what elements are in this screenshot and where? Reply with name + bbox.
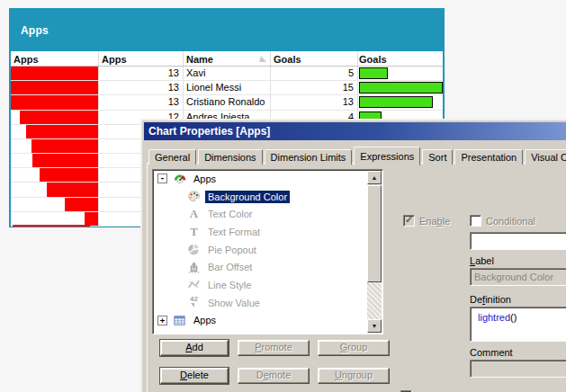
enable-checkbox-label: Enable [419,216,450,227]
column-header-label: Apps [13,54,39,65]
gauge-icon [172,172,187,186]
tree-item-text-color[interactable]: AText Color [153,205,382,223]
column-header-name-2[interactable]: Name [184,51,271,66]
apps-window-titlebar[interactable]: Apps [11,10,443,51]
tree-item-label: Show Value [205,297,263,309]
goals-value-cell[interactable]: 15 [271,81,358,94]
dialog-tabs: GeneralDimensionsDimension LimitsExpress… [148,146,566,165]
line-style-icon [186,278,202,292]
apps-bar-cell[interactable] [11,168,99,182]
goals-value-cell[interactable]: 5 [271,67,358,80]
tree-item-apps[interactable]: +Apps [153,312,382,330]
apps-bar-cell[interactable] [11,111,99,124]
table-header-row: AppsAppsNameGoalsGoals [11,51,443,67]
tree-item-background-color[interactable]: Background Color [153,188,382,206]
collapse-icon[interactable]: - [157,174,167,183]
red-bar [40,168,98,182]
tree-item-label: Pie Popout [205,244,259,256]
expressions-tree: -AppsBackground ColorAText ColorTText Fo… [152,169,383,334]
goals-bar-cell[interactable] [358,95,443,109]
apps-bar-cell[interactable] [11,183,99,196]
tree-item-apps[interactable]: -Apps [153,170,382,188]
definition-args: () [510,312,517,323]
column-header-apps-1[interactable]: Apps [99,51,184,66]
tree-item-show-value[interactable]: 42Show Value [153,294,382,312]
table-row: 13Xavi5 [11,67,443,81]
red-bar [11,95,98,109]
apps-bar-cell[interactable] [11,198,99,211]
tree-item-bar-offset[interactable]: Bar Offset [153,258,382,276]
sort-indicator-icon [257,56,266,62]
apps-bar-cell[interactable] [11,125,99,138]
expressions-tab-page: -AppsBackground ColorAText ColorTText Fo… [147,163,566,392]
column-header-label: Apps [102,54,127,65]
delete-button[interactable]: Delete [160,368,229,384]
name-cell[interactable]: Lionel Messi [184,81,271,94]
tab-visual-cues[interactable]: Visual Cues [525,149,566,165]
apps-bar-cell[interactable] [11,154,99,167]
table-icon [172,313,187,327]
tree-item-pie-popout[interactable]: Pie Popout [153,241,382,259]
expand-icon[interactable]: + [157,316,167,325]
goals-bar-cell[interactable] [358,67,443,80]
tree-scrollbar[interactable]: ▲ ▼ [367,171,382,333]
apps-value-cell[interactable]: 13 [99,81,184,94]
tab-dimension-limits[interactable]: Dimension Limits [265,149,353,165]
definition-input[interactable]: lightred() [470,307,566,342]
red-bar [26,125,99,138]
tree-item-label: Apps [191,173,219,185]
apps-bar-cell[interactable] [11,212,99,226]
apps-bar-cell[interactable] [11,95,99,109]
red-bar [32,154,98,167]
tree-item-label: Text Format [205,226,263,238]
tab-expressions[interactable]: Expressions [354,147,420,165]
red-bar [11,67,98,80]
conditional-checkbox [470,215,481,227]
red-bar [85,212,98,226]
tab-dimensions[interactable]: Dimensions [198,149,262,165]
column-header-label: Goals [274,54,301,65]
red-bar [31,139,98,153]
red-bar [47,183,98,196]
green-bar [359,82,443,94]
definition-caption: Definition [470,294,511,305]
conditional-checkbox-label: Conditional [486,216,535,227]
tree-item-label: Text Color [205,208,256,220]
apps-value-cell[interactable]: 13 [99,95,184,109]
tree-item-text-format[interactable]: TText Format [153,223,382,241]
scrollbar-thumb[interactable] [367,185,382,282]
dialog-titlebar[interactable]: Chart Properties [Apps] [144,122,566,140]
apps-bar-cell[interactable] [11,67,99,80]
tab-general[interactable]: General [148,149,196,165]
apps-bar-cell[interactable] [11,81,99,94]
definition-function: lightred [478,312,510,323]
add-button[interactable]: Add [160,340,229,356]
label-caption: Label [470,255,494,266]
apps-value-cell[interactable]: 13 [99,67,184,80]
red-bar [20,111,98,124]
tree-item-line-style[interactable]: Line Style [153,276,382,294]
goals-bar-cell[interactable] [358,81,443,94]
tree-item-label: Background Color [205,191,290,203]
pie-popout-icon [186,243,202,257]
tab-presentation[interactable]: Presentation [454,149,523,165]
tree-items: -AppsBackground ColorAText ColorTText Fo… [153,170,382,329]
column-header-apps-0[interactable]: Apps [11,51,99,66]
scrollbar-up-icon[interactable]: ▲ [367,171,382,184]
show-value-icon: 42 [186,296,202,310]
name-cell[interactable]: Cristiano Ronaldo [184,95,271,109]
goals-value-cell[interactable]: 13 [271,95,358,109]
red-bar [11,81,98,94]
comment-caption: Comment [470,347,513,358]
tree-item-label: Line Style [205,279,254,291]
checkmark-icon: ✓ [405,214,413,225]
apps-bar-cell[interactable] [11,139,99,153]
promote-button: Promote [238,340,310,356]
column-header-label: Name [186,54,213,65]
name-cell[interactable]: Xavi [184,67,271,80]
column-header-goals-3[interactable]: Goals [271,51,358,66]
column-header-goals-4[interactable]: Goals [358,51,443,66]
tab-sort[interactable]: Sort [422,149,453,165]
tree-item-label: Apps [191,314,219,326]
scrollbar-down-icon[interactable]: ▼ [367,319,382,333]
